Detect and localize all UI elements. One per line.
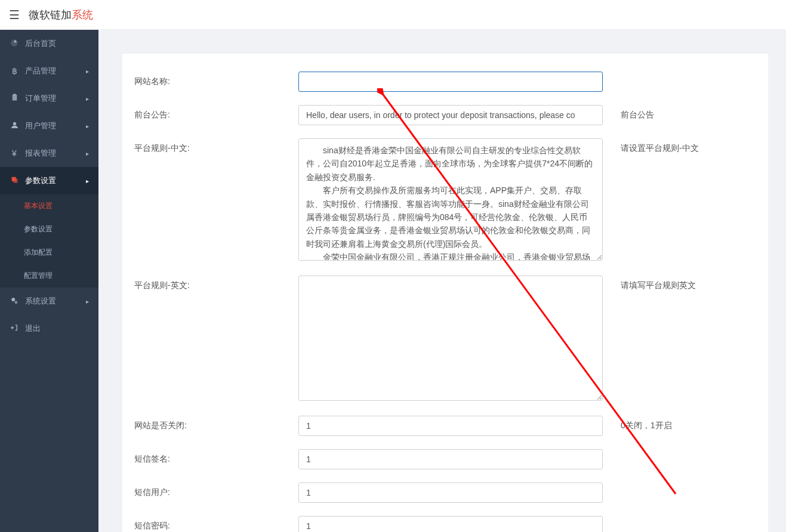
sidebar-item-label: 订单管理 xyxy=(25,93,56,104)
chevron-right-icon: ▸ xyxy=(86,95,89,102)
chevron-right-icon: ▸ xyxy=(86,123,89,129)
user-icon xyxy=(10,121,19,131)
chevron-right-icon: ▸ xyxy=(86,178,89,184)
sidebar-item-label: 参数设置 xyxy=(25,175,56,186)
help-site-name xyxy=(621,72,756,76)
row-rules-cn: 平台规则-中文: 请设置平台规则-中文 xyxy=(134,138,756,262)
help-sms-sign xyxy=(621,449,756,454)
label-notice: 前台公告: xyxy=(134,105,298,120)
yen-icon: ¥ xyxy=(10,149,19,158)
topbar: ☰ 微软链加系统 xyxy=(0,0,786,30)
sidebar-item-system[interactable]: 系统设置 ▸ xyxy=(0,287,98,315)
sidebar-item-products[interactable]: ฿ 产品管理 ▸ xyxy=(0,57,98,85)
svg-point-3 xyxy=(13,122,16,125)
sidebar: 后台首页 ฿ 产品管理 ▸ 订单管理 ▸ 用户管理 ▸ ¥ 报表管理 ▸ 参数设… xyxy=(0,30,98,532)
svg-rect-2 xyxy=(13,94,16,95)
label-site-name: 网站名称: xyxy=(134,72,298,87)
svg-rect-5 xyxy=(13,178,17,183)
input-notice[interactable] xyxy=(298,105,603,125)
textarea-rules-en[interactable] xyxy=(298,276,603,401)
input-sms-sign[interactable] xyxy=(298,449,603,469)
dashboard-icon xyxy=(10,39,19,49)
label-sms-sign: 短信签名: xyxy=(134,449,298,465)
chevron-right-icon: ▸ xyxy=(86,68,89,75)
sidebar-sub-params: 基本设置 参数设置 添加配置 配置管理 xyxy=(0,194,98,287)
clipboard-icon xyxy=(10,94,19,103)
label-sms-user: 短信用户: xyxy=(134,482,298,498)
chevron-right-icon: ▸ xyxy=(86,298,89,305)
chevron-right-icon: ▸ xyxy=(86,150,89,157)
svg-rect-1 xyxy=(12,95,17,101)
row-site-name: 网站名称: xyxy=(134,72,756,92)
sidebar-item-label: 报表管理 xyxy=(25,148,56,159)
sidebar-sub-config-mgmt[interactable]: 配置管理 xyxy=(0,264,98,287)
menu-toggle-icon[interactable]: ☰ xyxy=(9,8,20,22)
input-site-closed[interactable] xyxy=(298,416,603,436)
sidebar-item-label: 后台首页 xyxy=(25,38,56,49)
sidebar-item-params[interactable]: 参数设置 ▸ xyxy=(0,167,98,194)
brand-title: 微软链加系统 xyxy=(29,8,93,22)
label-rules-en: 平台规则-英文: xyxy=(134,276,298,291)
row-notice: 前台公告: 前台公告 xyxy=(134,105,756,125)
help-rules-en: 请填写平台规则英文 xyxy=(621,276,756,291)
sidebar-item-label: 退出 xyxy=(25,323,41,334)
sidebar-sub-params[interactable]: 参数设置 xyxy=(0,218,98,241)
logout-icon xyxy=(10,324,19,333)
sidebar-item-orders[interactable]: 订单管理 ▸ xyxy=(0,85,98,112)
svg-point-7 xyxy=(15,301,18,304)
copy-icon xyxy=(10,176,19,185)
sidebar-item-dashboard[interactable]: 后台首页 xyxy=(0,30,98,57)
label-site-closed: 网站是否关闭: xyxy=(134,416,298,431)
svg-point-6 xyxy=(11,298,15,301)
input-sms-user[interactable] xyxy=(298,482,603,503)
sidebar-item-logout[interactable]: 退出 xyxy=(0,315,98,342)
sidebar-item-label: 系统设置 xyxy=(25,296,56,307)
sidebar-item-users[interactable]: 用户管理 ▸ xyxy=(0,112,98,140)
row-sms-user: 短信用户: xyxy=(134,482,756,503)
settings-card: 网站名称: 前台公告: 前台公告 平台规则-中文: 请设置平台规则-中文 平台规… xyxy=(122,54,768,532)
input-sms-pass[interactable] xyxy=(298,516,603,532)
bitcoin-icon: ฿ xyxy=(10,66,19,76)
help-sms-pass xyxy=(621,516,756,521)
sidebar-sub-add-config[interactable]: 添加配置 xyxy=(0,241,98,264)
brand-accent: 系统 xyxy=(72,9,93,21)
sidebar-item-reports[interactable]: ¥ 报表管理 ▸ xyxy=(0,140,98,167)
brand-main: 微软链加 xyxy=(29,9,72,21)
label-rules-cn: 平台规则-中文: xyxy=(134,138,298,154)
input-site-name[interactable] xyxy=(298,72,603,92)
row-site-closed: 网站是否关闭: 0关闭，1开启 xyxy=(134,416,756,436)
sidebar-item-label: 用户管理 xyxy=(25,120,56,131)
sidebar-item-label: 产品管理 xyxy=(25,66,56,76)
help-sms-user xyxy=(621,482,756,487)
textarea-rules-cn[interactable] xyxy=(298,138,603,261)
help-notice: 前台公告 xyxy=(621,105,756,120)
sidebar-sub-basic[interactable]: 基本设置 xyxy=(0,194,98,218)
row-sms-sign: 短信签名: xyxy=(134,449,756,469)
help-rules-cn: 请设置平台规则-中文 xyxy=(621,138,756,154)
gears-icon xyxy=(10,296,19,307)
row-sms-pass: 短信密码: xyxy=(134,516,756,532)
content-area: 网站名称: 前台公告: 前台公告 平台规则-中文: 请设置平台规则-中文 平台规… xyxy=(98,30,786,532)
row-rules-en: 平台规则-英文: 请填写平台规则英文 xyxy=(134,276,756,403)
label-sms-pass: 短信密码: xyxy=(134,516,298,531)
help-site-closed: 0关闭，1开启 xyxy=(621,416,756,431)
